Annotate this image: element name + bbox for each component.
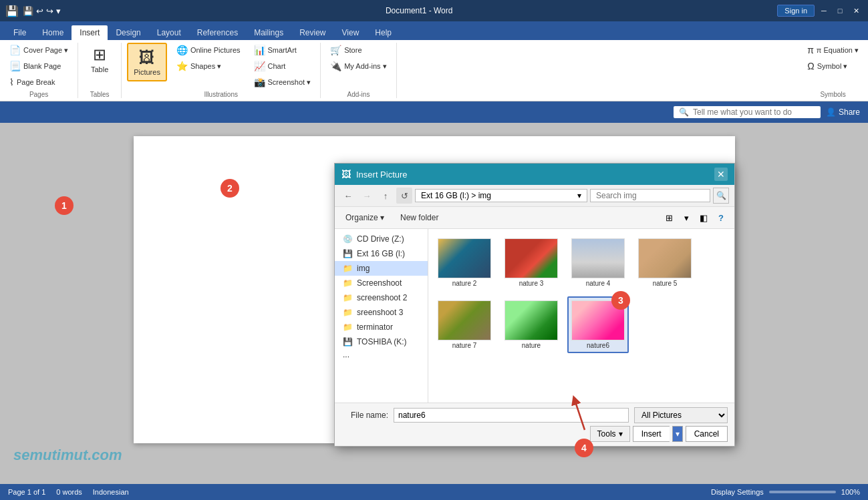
close-button[interactable]: ✕ xyxy=(849,4,863,17)
symbol-icon: Ω xyxy=(807,61,814,71)
back-button[interactable]: ← xyxy=(340,188,356,204)
quick-access-toolbar: 💾 ↩ ↪ ▾ xyxy=(23,6,61,16)
tab-review[interactable]: Review xyxy=(291,25,333,40)
tab-design[interactable]: Design xyxy=(108,25,148,40)
pictures-button[interactable]: 🖼 Pictures xyxy=(127,43,167,81)
dialog-nav: ← → ↑ ↺ Ext 16 GB (l:) > img ▾ 🔍 xyxy=(335,185,734,207)
forward-button[interactable]: → xyxy=(359,188,375,204)
store-icon: 🛒 xyxy=(330,45,341,55)
file-nature4[interactable]: nature 4 xyxy=(567,234,629,291)
preview-button[interactable]: ◧ xyxy=(696,210,712,226)
search-input[interactable] xyxy=(693,107,815,117)
dialog-search-input[interactable] xyxy=(590,189,710,202)
dialog-search-button[interactable]: 🔍 xyxy=(713,188,729,204)
sidebar-item-toshiba[interactable]: 💾 TOSHIBA (K:) xyxy=(335,334,428,349)
tab-view[interactable]: View xyxy=(334,25,368,40)
undo-icon[interactable]: ↩ xyxy=(36,6,43,16)
table-button[interactable]: ⊞ Table xyxy=(84,43,116,76)
title-bar: 💾 💾 ↩ ↪ ▾ Document1 - Word Sign in ─ □ ✕ xyxy=(0,0,868,21)
dialog-title-icon: 🖼 xyxy=(341,169,351,180)
symbol-button[interactable]: Ω Symbol ▾ xyxy=(803,59,851,73)
sidebar-item-cd-drive[interactable]: 💿 CD Drive (Z:) xyxy=(335,232,428,246)
blank-page-icon: 📃 xyxy=(9,61,21,71)
dialog-close-button[interactable]: ✕ xyxy=(714,168,728,181)
screenshot-button[interactable]: 📸 Screenshot ▾ xyxy=(250,75,315,89)
tab-insert[interactable]: Insert xyxy=(71,25,108,40)
footer-filename-row: File name: All Pictures xyxy=(341,407,728,423)
ribbon-group-addins: 🛒 Store 🔌 My Add-ins ▾ Add-ins xyxy=(321,43,396,98)
tab-references[interactable]: References xyxy=(189,25,246,40)
insert-label: Insert xyxy=(641,429,662,439)
tab-home[interactable]: Home xyxy=(34,25,71,40)
equation-button[interactable]: π π Equation ▾ xyxy=(803,43,863,57)
tab-mailings[interactable]: Mailings xyxy=(246,25,291,40)
tab-file[interactable]: File xyxy=(5,25,34,40)
window-controls: Sign in ─ □ ✕ xyxy=(777,4,863,17)
breadcrumb-dropdown-icon[interactable]: ▾ xyxy=(577,191,581,200)
ribbon-group-tables: ⊞ Table Tables xyxy=(78,43,122,98)
sidebar-item-more[interactable]: ··· xyxy=(335,349,428,364)
insert-button[interactable]: Insert xyxy=(633,426,670,442)
ribbon-tabs: File Home Insert Design Layout Reference… xyxy=(0,21,868,40)
sidebar-item-screenshoot2[interactable]: 📁 screenshoot 2 xyxy=(335,290,428,305)
sidebar-item-sreenshoot3[interactable]: 📁 sreenshoot 3 xyxy=(335,305,428,320)
file-nature5[interactable]: nature 5 xyxy=(634,234,696,291)
ribbon: 📄 Cover Page ▾ 📃 Blank Page ⌇ Page Break… xyxy=(0,40,868,101)
display-settings[interactable]: Display Settings xyxy=(711,488,764,496)
share-button[interactable]: 👤 Share xyxy=(826,107,860,117)
view-dropdown-button[interactable]: ▾ xyxy=(678,210,694,226)
zoom-slider[interactable] xyxy=(769,491,836,493)
dialog-footer: File name: All Pictures Tools ▾ Insert ▾ xyxy=(335,403,734,446)
blank-page-button[interactable]: 📃 Blank Page xyxy=(5,59,72,73)
cancel-button[interactable]: Cancel xyxy=(686,426,728,442)
page-break-button[interactable]: ⌇ Page Break xyxy=(5,75,72,89)
minimize-button[interactable]: ─ xyxy=(817,4,831,17)
online-pictures-button[interactable]: 🌐 Online Pictures xyxy=(172,43,245,57)
new-folder-button[interactable]: New folder xyxy=(395,211,444,224)
store-button[interactable]: 🛒 Store xyxy=(326,43,366,57)
status-bar: Page 1 of 1 0 words Indonesian Display S… xyxy=(0,484,868,500)
refresh-button[interactable]: ↺ xyxy=(396,188,412,204)
tables-items: ⊞ Table xyxy=(84,43,116,89)
save-icon[interactable]: 💾 xyxy=(23,6,33,16)
view-grid-button[interactable]: ⊞ xyxy=(661,210,677,226)
dialog-body: 💿 CD Drive (Z:) 💾 Ext 16 GB (l:) 📁 img 📁… xyxy=(335,229,734,403)
sidebar-item-ext16[interactable]: 💾 Ext 16 GB (l:) xyxy=(335,246,428,261)
symbols-items: π π Equation ▾ Ω Symbol ▾ xyxy=(803,43,863,89)
breadcrumb[interactable]: Ext 16 GB (l:) > img ▾ xyxy=(415,189,587,202)
file-nature6[interactable]: nature6 xyxy=(567,296,629,353)
sidebar-item-terminator[interactable]: 📁 terminator xyxy=(335,320,428,334)
cover-page-button[interactable]: 📄 Cover Page ▾ xyxy=(5,43,72,57)
tab-help[interactable]: Help xyxy=(367,25,400,40)
file-nature3[interactable]: nature 3 xyxy=(500,234,562,291)
tools-button[interactable]: Tools ▾ xyxy=(590,426,630,442)
organize-button[interactable]: Organize ▾ xyxy=(340,211,390,224)
zoom-level: 100% xyxy=(841,488,860,496)
file-name-nature7: nature 7 xyxy=(452,342,477,349)
filetype-select[interactable]: All Pictures xyxy=(634,407,728,423)
filename-input[interactable] xyxy=(394,408,629,423)
content-area: semutimut.com 1 2 3 4 xyxy=(0,123,868,484)
file-nature7[interactable]: nature 7 xyxy=(434,296,495,353)
dialog-sidebar: 💿 CD Drive (Z:) 💾 Ext 16 GB (l:) 📁 img 📁… xyxy=(335,229,428,403)
sign-in-button[interactable]: Sign in xyxy=(777,5,815,17)
insert-dropdown-button[interactable]: ▾ xyxy=(672,426,683,442)
maximize-button[interactable]: □ xyxy=(833,4,847,17)
file-nature[interactable]: nature xyxy=(500,296,562,353)
img-folder-icon: 📁 xyxy=(343,264,353,273)
dialog-toolbar: Organize ▾ New folder ⊞ ▾ ◧ ? xyxy=(335,207,734,229)
title-bar-left: 💾 💾 ↩ ↪ ▾ xyxy=(5,5,61,17)
file-nature2[interactable]: nature 2 xyxy=(434,234,495,291)
redo-icon[interactable]: ↪ xyxy=(46,6,53,16)
shapes-button[interactable]: ⭐ Shapes ▾ xyxy=(172,59,245,73)
sidebar-item-screenshoot[interactable]: 📁 Screenshoot xyxy=(335,276,428,290)
smartart-button[interactable]: 📊 SmartArt xyxy=(250,43,315,57)
help-button[interactable]: ? xyxy=(713,210,729,226)
chart-button[interactable]: 📈 Chart xyxy=(250,59,315,73)
customize-icon[interactable]: ▾ xyxy=(56,6,61,16)
my-addins-button[interactable]: 🔌 My Add-ins ▾ xyxy=(326,59,390,73)
sidebar-item-img[interactable]: 📁 img xyxy=(335,261,428,276)
up-button[interactable]: ↑ xyxy=(378,188,394,204)
tab-layout[interactable]: Layout xyxy=(149,25,189,40)
page-info: Page 1 of 1 xyxy=(8,488,45,496)
